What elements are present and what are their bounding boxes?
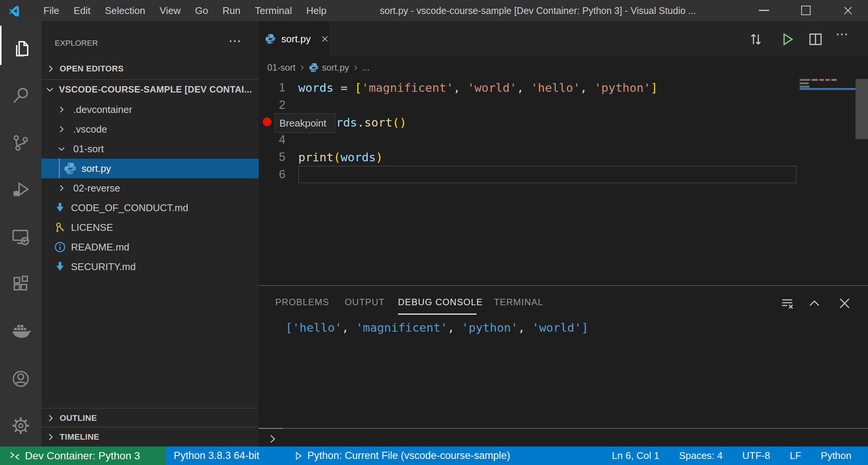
panel-tab-problems[interactable]: PROBLEMS xyxy=(275,286,329,318)
open-changes-icon[interactable] xyxy=(748,31,764,48)
markdown-file-icon xyxy=(54,202,66,214)
panel-tab-terminal[interactable]: TERMINAL xyxy=(494,286,543,318)
chevron-right-icon xyxy=(57,183,66,193)
section-timeline[interactable]: TIMELINE xyxy=(42,427,259,446)
breadcrumbs: 01-sort sort.py ... xyxy=(259,57,868,79)
menu-run[interactable]: Run xyxy=(215,5,248,17)
breadcrumb-symbol[interactable]: ... xyxy=(362,62,370,73)
tab-sort-py[interactable]: sort.py xyxy=(259,21,329,57)
menu-help[interactable]: Help xyxy=(299,5,333,17)
active-tab-underline xyxy=(398,314,476,315)
maximize-panel-icon[interactable] xyxy=(807,296,822,311)
tree-item-01-sort[interactable]: 01-sort xyxy=(42,139,259,159)
chevron-right-icon xyxy=(352,63,360,72)
menu-terminal[interactable]: Terminal xyxy=(248,5,299,17)
window-title: sort.py - vscode-course-sample [Dev Cont… xyxy=(380,0,696,21)
tree-item-license[interactable]: LICENSE xyxy=(42,218,259,237)
editor-scrollbar[interactable] xyxy=(856,79,868,139)
minimize-button[interactable] xyxy=(759,10,769,11)
vscode-logo-icon xyxy=(8,5,20,16)
menu-bar: File Edit Selection View Go Run Terminal… xyxy=(36,0,334,21)
markdown-file-icon xyxy=(54,261,66,273)
activity-bar xyxy=(0,21,42,446)
debug-console-output: ['hello', 'magnificent', 'python', 'worl… xyxy=(285,319,589,336)
search-icon[interactable] xyxy=(0,76,42,115)
clear-console-icon[interactable] xyxy=(780,296,795,311)
status-indentation[interactable]: Spaces: 4 xyxy=(679,450,723,462)
status-cursor-position[interactable]: Ln 6, Col 1 xyxy=(612,450,660,462)
split-editor-icon[interactable] xyxy=(807,31,824,48)
maximize-button[interactable] xyxy=(801,6,811,15)
source-control-icon[interactable] xyxy=(0,123,42,162)
editor-more-actions-icon[interactable]: ⋯ xyxy=(836,26,849,42)
settings-gear-icon[interactable] xyxy=(0,406,42,445)
remote-explorer-icon[interactable] xyxy=(0,217,42,256)
tree-item-vscode[interactable]: .vscode xyxy=(42,119,259,139)
panel-tab-output[interactable]: OUTPUT xyxy=(345,286,385,318)
run-debug-button[interactable] xyxy=(779,31,796,48)
section-root-folder[interactable]: VSCODE-COURSE-SAMPLE [DEV CONTAI... xyxy=(42,80,259,99)
python-file-icon xyxy=(63,162,77,175)
status-python-version[interactable]: Python 3.8.3 64-bit xyxy=(174,446,259,465)
tree-item-sort-py-selected[interactable]: sort.py xyxy=(42,159,259,178)
chevron-right-icon xyxy=(45,432,56,442)
bottom-panel: PROBLEMS OUTPUT DEBUG CONSOLE TERMINAL [… xyxy=(259,285,868,446)
explorer-more-actions-icon[interactable]: ⋯ xyxy=(228,33,242,48)
sidebar-title: EXPLORER xyxy=(55,39,98,48)
menu-file[interactable]: File xyxy=(36,5,66,17)
key-icon xyxy=(54,221,66,233)
accounts-icon[interactable] xyxy=(0,359,42,399)
minimap-current-line xyxy=(800,88,856,90)
status-bar: Dev Container: Python 3 Python 3.8.3 64-… xyxy=(0,446,868,465)
status-encoding[interactable]: UTF-8 xyxy=(742,450,770,462)
python-file-icon xyxy=(265,32,276,45)
remote-icon xyxy=(9,450,20,462)
extensions-icon[interactable] xyxy=(0,264,42,303)
chevron-right-icon xyxy=(45,413,56,423)
indent-guide xyxy=(59,159,60,178)
run-and-debug-icon[interactable] xyxy=(0,170,42,209)
section-outline[interactable]: OUTLINE xyxy=(42,408,259,428)
debug-console-input[interactable] xyxy=(281,430,863,447)
breadcrumb-file[interactable]: sort.py xyxy=(322,62,349,73)
menu-view[interactable]: View xyxy=(153,5,188,17)
chevron-down-icon xyxy=(45,84,55,95)
console-prompt-chevron-icon xyxy=(267,433,278,445)
docker-icon[interactable] xyxy=(0,311,42,351)
chevron-down-icon xyxy=(57,144,66,154)
chevron-right-icon xyxy=(57,124,66,134)
section-open-editors[interactable]: OPEN EDITORS xyxy=(42,59,259,79)
explorer-icon[interactable] xyxy=(0,29,42,68)
status-language[interactable]: Python xyxy=(821,450,851,462)
chevron-right-icon xyxy=(45,63,56,74)
explorer-sidebar: EXPLORER ⋯ OPEN EDITORS VSCODE-COURSE-SA… xyxy=(42,21,259,446)
breakpoint-tooltip: Breakpoint xyxy=(275,113,335,133)
input-divider xyxy=(283,428,868,429)
close-panel-icon[interactable] xyxy=(837,296,852,311)
chevron-right-icon xyxy=(57,105,66,114)
menu-selection[interactable]: Selection xyxy=(98,5,153,17)
close-window-button[interactable] xyxy=(843,5,853,16)
tab-close-icon[interactable] xyxy=(321,34,329,44)
tree-item-security[interactable]: SECURITY.md xyxy=(42,257,259,277)
status-run-config[interactable]: Python: Current File (vscode-course-samp… xyxy=(294,446,510,465)
code-line-5: print(words) xyxy=(298,148,383,166)
menu-go[interactable]: Go xyxy=(188,5,216,17)
tree-item-02-reverse[interactable]: 02-reverse xyxy=(42,178,259,198)
code-line-1: words = ['magnificent', 'world', 'hello'… xyxy=(298,79,658,96)
menu-edit[interactable]: Edit xyxy=(66,5,98,17)
code-line-3: rds.sort() xyxy=(336,114,407,131)
info-icon xyxy=(54,241,66,253)
remote-indicator[interactable]: Dev Container: Python 3 xyxy=(0,446,166,465)
breakpoint-dot[interactable] xyxy=(263,117,271,126)
current-line-highlight xyxy=(298,166,797,183)
input-divider xyxy=(259,428,283,429)
play-icon xyxy=(294,451,304,461)
tree-item-devcontainer[interactable]: .devcontainer xyxy=(42,100,259,119)
tree-item-readme[interactable]: README.md xyxy=(42,237,259,257)
status-right-group: Ln 6, Col 1 Spaces: 4 UTF-8 LF Python xyxy=(612,446,868,465)
title-bar: File Edit Selection View Go Run Terminal… xyxy=(0,0,868,21)
breadcrumb-folder[interactable]: 01-sort xyxy=(267,62,296,73)
tree-item-code-of-conduct[interactable]: CODE_OF_CONDUCT.md xyxy=(42,198,259,218)
status-eol[interactable]: LF xyxy=(790,450,801,462)
